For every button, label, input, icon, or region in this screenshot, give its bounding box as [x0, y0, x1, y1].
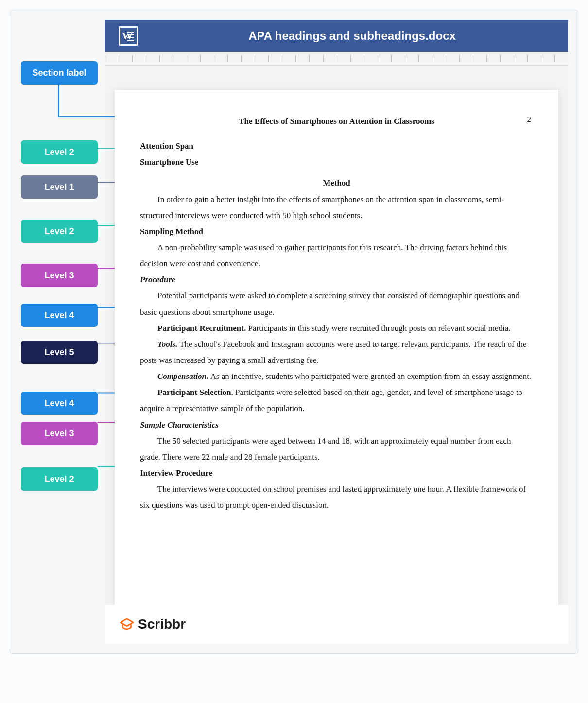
labels-column: Section label Level 2 Level 1 Level 2 Le… [10, 10, 105, 653]
label-level-4: Level 4 [21, 392, 98, 415]
paragraph-procedure: Potential participants were asked to com… [140, 288, 533, 320]
paragraph-sample-characteristics: The 50 selected participants were aged b… [140, 433, 533, 465]
label-level-4: Level 4 [21, 304, 98, 327]
graduation-cap-icon [120, 617, 134, 632]
heading-procedure: Procedure [140, 272, 533, 288]
page-background: 2 The Effects of Smartphones on Attentio… [105, 66, 568, 605]
heading-tools: Tools. [140, 340, 177, 349]
ruler [105, 52, 568, 66]
label-level-2: Level 2 [21, 220, 98, 243]
label-level-3: Level 3 [21, 422, 98, 445]
paragraph-sampling: A non-probability sample was used to gat… [140, 240, 533, 272]
heading-sample-characteristics: Sample Characteristics [140, 417, 533, 433]
page: 2 The Effects of Smartphones on Attentio… [115, 90, 558, 605]
heading-participant-selection: Participant Selection. [140, 388, 233, 397]
word-icon [119, 26, 138, 46]
document-column: APA headings and subheadings.docx 2 The … [105, 10, 578, 653]
paragraph-interview-procedure: The interviews were conducted on school … [140, 481, 533, 513]
page-number: 2 [527, 111, 532, 127]
paragraph-recruitment: Participants in this study were recruite… [248, 324, 510, 333]
label-section: Section label [21, 61, 98, 85]
document-filename: APA headings and subheadings.docx [150, 29, 554, 43]
titlebar: APA headings and subheadings.docx [105, 20, 568, 52]
heading-compensation: Compensation. [140, 372, 208, 381]
heading-smartphone-use: Smartphone Use [140, 154, 533, 170]
label-level-5: Level 5 [21, 341, 98, 364]
section-title: The Effects of Smartphones on Attention … [140, 113, 533, 129]
brand-name: Scribbr [138, 617, 186, 632]
heading-attention-span: Attention Span [140, 138, 533, 154]
footer: Scribbr [105, 605, 568, 644]
paragraph-method: In order to gain a better insight into t… [140, 191, 533, 223]
heading-participant-recruitment: Participant Recruitment. [140, 324, 246, 333]
heading-sampling-method: Sampling Method [140, 223, 533, 240]
label-level-3: Level 3 [21, 264, 98, 287]
scribbr-logo: Scribbr [120, 617, 186, 632]
heading-interview-procedure: Interview Procedure [140, 465, 533, 481]
heading-method: Method [140, 175, 533, 191]
label-level-1: Level 1 [21, 175, 98, 199]
paragraph-tools: The school's Facebook and Instagram acco… [140, 340, 527, 365]
label-level-2: Level 2 [21, 467, 98, 491]
diagram-container: Section label Level 2 Level 1 Level 2 Le… [10, 10, 578, 654]
paragraph-compensation: As an incentive, students who participat… [210, 372, 531, 381]
label-level-2: Level 2 [21, 140, 98, 164]
